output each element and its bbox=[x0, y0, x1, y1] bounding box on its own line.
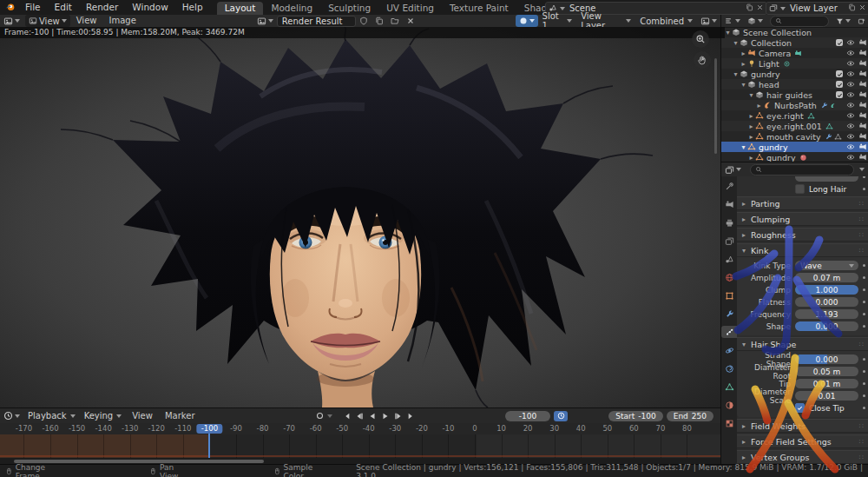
outliner-row-nurbspath[interactable]: NurbsPath bbox=[721, 100, 868, 110]
tab-material[interactable] bbox=[721, 399, 737, 411]
section-clumping[interactable]: Clumping:: bbox=[737, 212, 868, 226]
auto-keying-record-button[interactable] bbox=[314, 410, 326, 421]
render-visibility-icon[interactable] bbox=[858, 80, 867, 89]
kink-type-dropdown[interactable]: Wave bbox=[795, 261, 858, 270]
outliner-row-mouth-cavity[interactable]: mouth cavity bbox=[721, 131, 868, 142]
render-visibility-icon[interactable] bbox=[858, 132, 867, 141]
new-collection-button[interactable] bbox=[854, 15, 868, 27]
playhead-frame-chip[interactable]: -100 bbox=[197, 424, 222, 434]
expand-icon[interactable] bbox=[740, 50, 747, 57]
jump-to-prev-keyframe-button[interactable] bbox=[354, 410, 365, 421]
hide-eye-icon[interactable] bbox=[846, 59, 855, 68]
menu-window[interactable]: Window bbox=[125, 0, 174, 15]
outliner-row-eye-right-001[interactable]: eye.right.001 bbox=[721, 121, 868, 131]
display-channels-button[interactable] bbox=[697, 15, 720, 27]
menu-view[interactable]: View bbox=[126, 410, 159, 422]
expand-icon[interactable] bbox=[724, 29, 732, 36]
menu-help[interactable]: Help bbox=[175, 0, 210, 15]
hide-eye-icon[interactable] bbox=[846, 90, 855, 99]
viewport-scrollbar[interactable] bbox=[714, 58, 717, 154]
hide-eye-icon[interactable] bbox=[846, 80, 855, 89]
tab-world[interactable] bbox=[721, 271, 737, 283]
hide-eye-icon[interactable] bbox=[846, 101, 855, 109]
slot-dropdown[interactable]: Slot 1 bbox=[538, 16, 577, 27]
workspace-tab-texture-paint[interactable]: Texture Paint bbox=[442, 2, 516, 15]
render-visibility-icon[interactable] bbox=[858, 90, 867, 99]
outliner-row-head[interactable]: head bbox=[721, 79, 868, 89]
use-preview-range-toggle[interactable] bbox=[554, 411, 568, 421]
expand-icon[interactable] bbox=[747, 154, 755, 162]
expand-icon[interactable] bbox=[740, 143, 747, 151]
tab-texture[interactable] bbox=[721, 417, 737, 429]
outliner-row-gundry-collection[interactable]: gundry bbox=[721, 69, 868, 79]
render-visibility-icon[interactable] bbox=[858, 153, 867, 162]
workspace-tab-layout[interactable]: Layout bbox=[217, 2, 264, 15]
timeline-ruler[interactable]: -170-160-150-140-130-120-110-90-80-70-60… bbox=[0, 423, 720, 435]
hide-eye-icon[interactable] bbox=[846, 122, 855, 130]
menu-view[interactable]: View bbox=[70, 15, 103, 27]
tab-render[interactable] bbox=[721, 198, 737, 210]
diameter-root-field[interactable]: 0.05 m bbox=[795, 367, 858, 376]
render-visibility-icon[interactable] bbox=[858, 49, 867, 57]
outliner-row-gundry-child[interactable]: gundry bbox=[721, 152, 868, 162]
expand-icon[interactable] bbox=[755, 102, 763, 109]
expand-icon[interactable] bbox=[740, 60, 747, 68]
render-visibility-icon[interactable] bbox=[858, 70, 867, 78]
unlink-image-icon[interactable] bbox=[403, 15, 418, 27]
menu-render[interactable]: Render bbox=[79, 0, 125, 15]
current-frame-field[interactable]: -100 bbox=[505, 411, 550, 421]
timeline-track-area[interactable] bbox=[0, 434, 720, 458]
outliner-row-light[interactable]: Light bbox=[721, 58, 868, 69]
exclude-checkbox[interactable] bbox=[836, 39, 843, 46]
pan-hand-gizmo-button[interactable] bbox=[694, 51, 711, 69]
pass-dropdown[interactable]: Combined bbox=[635, 16, 697, 27]
image-pin-toggle[interactable] bbox=[516, 15, 538, 27]
expand-icon[interactable] bbox=[747, 112, 755, 120]
browse-image-button[interactable] bbox=[253, 15, 277, 27]
start-frame-field[interactable]: Start-100 bbox=[608, 411, 662, 421]
render-visibility-icon[interactable] bbox=[858, 122, 867, 130]
image-name-field[interactable]: Render Result bbox=[277, 16, 356, 27]
add-view-layer-icon[interactable] bbox=[848, 3, 856, 13]
section-field-weights[interactable]: Field Weights:: bbox=[737, 419, 868, 433]
strand-shape-slider[interactable]: 0.000 bbox=[795, 354, 858, 364]
expand-icon[interactable] bbox=[732, 39, 740, 47]
exclude-checkbox[interactable] bbox=[836, 70, 843, 77]
section-parting[interactable]: Parting:: bbox=[737, 196, 868, 210]
outliner-display-mode-button[interactable] bbox=[721, 15, 744, 27]
outliner-row-gundry-selected[interactable]: gundry bbox=[721, 142, 868, 152]
amplitude-field[interactable]: 0.07 m bbox=[795, 273, 858, 282]
hide-eye-icon[interactable] bbox=[846, 70, 855, 78]
workspace-tab-modeling[interactable]: Modeling bbox=[263, 2, 320, 15]
open-image-icon[interactable] bbox=[387, 15, 403, 27]
section-hair-shape[interactable]: Hair Shape:: bbox=[737, 337, 868, 351]
outliner-search-input[interactable] bbox=[770, 16, 829, 27]
jump-to-end-button[interactable] bbox=[406, 410, 418, 421]
render-result-canvas[interactable] bbox=[0, 27, 720, 407]
workspace-tab-sculpting[interactable]: Sculpting bbox=[320, 2, 378, 15]
properties-search-input[interactable] bbox=[750, 164, 854, 176]
tab-scene[interactable] bbox=[721, 253, 737, 265]
new-scene-icon[interactable] bbox=[746, 3, 753, 13]
scene-selector[interactable]: Scene bbox=[545, 2, 767, 15]
exclude-checkbox[interactable] bbox=[836, 91, 843, 98]
hide-eye-icon[interactable] bbox=[846, 38, 855, 47]
hide-eye-icon[interactable] bbox=[846, 153, 855, 162]
expand-icon[interactable] bbox=[747, 123, 755, 130]
render-visibility-icon[interactable] bbox=[858, 38, 867, 47]
section-kink[interactable]: Kink:: bbox=[737, 243, 868, 257]
expand-icon[interactable] bbox=[747, 133, 755, 141]
playback-dropdown[interactable]: Playback bbox=[23, 410, 80, 421]
play-reverse-button[interactable] bbox=[367, 410, 378, 421]
view-layer-selector[interactable]: View Layer bbox=[766, 2, 868, 15]
section-force-field-settings[interactable]: Force Field Settings:: bbox=[737, 434, 868, 448]
hide-eye-icon[interactable] bbox=[846, 49, 855, 57]
tab-tool[interactable] bbox=[721, 180, 737, 192]
tab-physics[interactable] bbox=[721, 344, 737, 356]
outliner-collection-button[interactable] bbox=[744, 15, 766, 27]
blender-logo-icon[interactable] bbox=[5, 2, 15, 13]
outliner-row-eye-right[interactable]: eye.right bbox=[721, 110, 868, 121]
editor-type-button[interactable] bbox=[0, 410, 23, 422]
menu-image[interactable]: Image bbox=[102, 15, 141, 27]
outliner-row-scene-collection[interactable]: Scene Collection bbox=[721, 27, 868, 37]
